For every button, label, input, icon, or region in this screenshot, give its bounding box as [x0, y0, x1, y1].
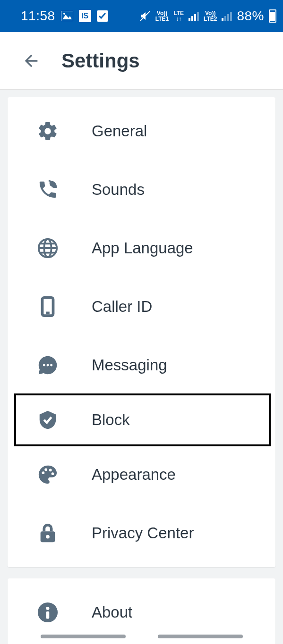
status-left: 11:58 IS	[21, 8, 108, 24]
settings-item-label: General	[92, 122, 147, 140]
status-right: Vo)) LTE1 LTE ↓↑ Vo)) LTE2 88%	[139, 8, 276, 24]
settings-item-callerid[interactable]: Caller ID	[8, 277, 275, 336]
settings-item-label: Privacy Center	[92, 524, 194, 542]
svg-point-15	[49, 469, 52, 472]
settings-item-label: Block	[92, 411, 130, 429]
phone-icon	[34, 176, 61, 203]
gear-icon	[34, 117, 61, 145]
settings-item-sounds[interactable]: Sounds	[8, 160, 275, 219]
svg-point-16	[51, 472, 54, 475]
svg-point-11	[47, 364, 49, 367]
lte-indicator: LTE ↓↑	[173, 10, 184, 22]
system-nav-bar	[0, 629, 283, 644]
signal-2	[222, 11, 232, 21]
svg-rect-0	[61, 11, 73, 21]
sim2-indicator: Vo)) LTE2	[204, 10, 217, 22]
smartphone-icon	[34, 293, 61, 320]
svg-point-10	[43, 364, 45, 367]
settings-item-label: Appearance	[92, 466, 176, 484]
settings-item-label: Sounds	[92, 181, 145, 199]
settings-item-label: App Language	[92, 239, 193, 257]
page-title: Settings	[61, 50, 140, 72]
signal-1	[189, 11, 199, 21]
lock-icon	[34, 519, 61, 547]
mute-icon	[139, 10, 151, 22]
info-icon	[34, 599, 61, 626]
settings-item-messaging[interactable]: Messaging	[8, 336, 275, 394]
settings-item-label: Messaging	[92, 356, 167, 374]
gallery-icon	[61, 11, 73, 21]
settings-card: General Sounds App Language Caller ID Me	[8, 97, 275, 567]
shield-check-icon	[34, 406, 61, 434]
is-icon: IS	[79, 10, 91, 22]
battery-percent: 88%	[237, 8, 264, 24]
globe-icon	[34, 234, 61, 262]
settings-item-block[interactable]: Block	[15, 394, 270, 445]
chat-icon	[34, 351, 61, 379]
app-header: Settings	[0, 32, 283, 90]
checkbox-icon	[97, 10, 108, 22]
status-bar: 11:58 IS Vo)) LTE1 LTE ↓↑ Vo)) LTE2	[0, 0, 283, 32]
status-time: 11:58	[21, 8, 55, 24]
sim1-indicator: Vo)) LTE1	[155, 10, 169, 22]
svg-point-20	[46, 607, 50, 610]
settings-item-general[interactable]: General	[8, 102, 275, 160]
svg-marker-1	[62, 15, 72, 19]
nav-home[interactable]	[158, 635, 243, 638]
svg-rect-21	[46, 611, 50, 619]
settings-item-label: About	[92, 603, 132, 621]
content: General Sounds App Language Caller ID Me	[0, 90, 283, 644]
svg-point-2	[63, 13, 65, 15]
settings-item-appearance[interactable]: Appearance	[8, 445, 275, 504]
svg-point-18	[46, 535, 50, 539]
nav-recents[interactable]	[41, 635, 126, 638]
battery-icon	[269, 9, 276, 23]
svg-point-14	[44, 468, 47, 471]
svg-point-13	[42, 471, 45, 474]
palette-icon	[34, 461, 61, 488]
settings-item-label: Caller ID	[92, 298, 152, 316]
svg-point-12	[50, 364, 52, 367]
back-button[interactable]	[22, 51, 45, 70]
settings-item-language[interactable]: App Language	[8, 219, 275, 277]
settings-item-privacy[interactable]: Privacy Center	[8, 504, 275, 562]
